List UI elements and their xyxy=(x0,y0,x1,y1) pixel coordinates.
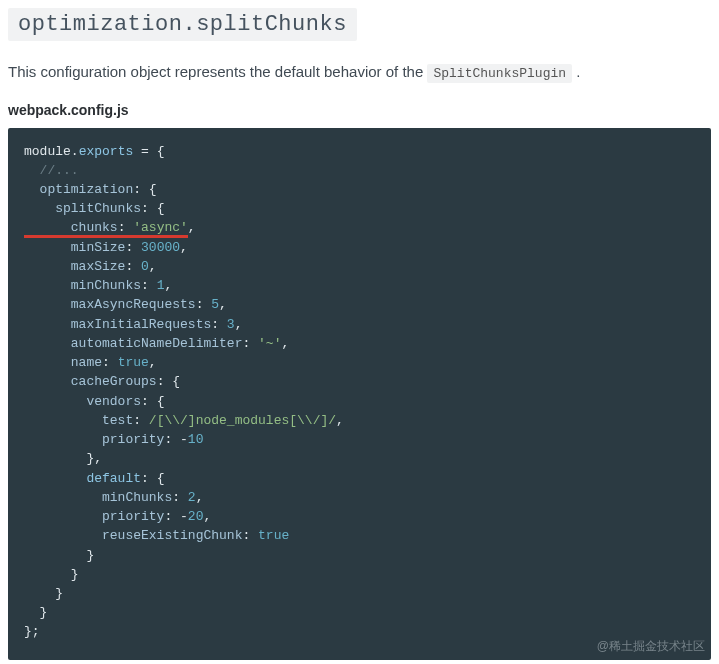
code-token: }; xyxy=(24,624,40,639)
code-token: : xyxy=(125,240,141,255)
code-token: : xyxy=(141,278,157,293)
code-token: , xyxy=(149,259,157,274)
code-token: 3 xyxy=(227,317,235,332)
code-token: : { xyxy=(141,201,164,216)
code-token: priority xyxy=(24,432,164,447)
code-token: : xyxy=(118,220,134,235)
code-token: . xyxy=(71,144,79,159)
code-token: 2 xyxy=(188,490,196,505)
code-token: '~' xyxy=(258,336,281,351)
code-token: , xyxy=(235,317,243,332)
code-token: : { xyxy=(157,374,180,389)
code-block: module.exports = { //... optimization: {… xyxy=(8,128,711,660)
section-heading: optimization.splitChunks xyxy=(8,8,357,41)
code-token: reuseExistingChunk xyxy=(24,528,242,543)
watermark-text: @稀土掘金技术社区 xyxy=(597,638,705,656)
code-token: minChunks xyxy=(24,278,141,293)
code-token: cacheGroups xyxy=(24,374,157,389)
code-token: 30000 xyxy=(141,240,180,255)
code-token: 0 xyxy=(141,259,149,274)
code-token: automaticNameDelimiter xyxy=(24,336,242,351)
code-token: } xyxy=(24,605,47,620)
code-token: //... xyxy=(24,163,79,178)
code-token: , xyxy=(203,509,211,524)
code-token: , xyxy=(336,413,344,428)
code-token: : { xyxy=(133,182,156,197)
code-token: : xyxy=(172,490,188,505)
code-token: true xyxy=(118,355,149,370)
intro-paragraph: This configuration object represents the… xyxy=(8,61,711,84)
code-token: , xyxy=(219,297,227,312)
code-token: , xyxy=(196,490,204,505)
code-token: test xyxy=(24,413,133,428)
code-token: : xyxy=(242,336,258,351)
code-token: maxAsyncRequests xyxy=(24,297,196,312)
code-token: splitChunks xyxy=(24,201,141,216)
code-token: : xyxy=(196,297,212,312)
code-token: , xyxy=(164,278,172,293)
code-token: minSize xyxy=(24,240,125,255)
code-token: exports xyxy=(79,144,134,159)
intro-inline-code: SplitChunksPlugin xyxy=(427,64,572,83)
code-token: } xyxy=(24,586,63,601)
code-token: 5 xyxy=(211,297,219,312)
code-token: 10 xyxy=(188,432,204,447)
code-token: : { xyxy=(141,394,164,409)
code-filename: webpack.config.js xyxy=(8,102,711,118)
code-token: : xyxy=(102,355,118,370)
code-token: 'async' xyxy=(133,220,188,235)
code-token: : xyxy=(133,413,149,428)
code-token: priority xyxy=(24,509,164,524)
intro-text-post: . xyxy=(572,63,580,80)
code-token: /[\\/]node_modules[\\/]/ xyxy=(149,413,336,428)
code-token: module xyxy=(24,144,71,159)
intro-text-pre: This configuration object represents the… xyxy=(8,63,427,80)
code-token: } xyxy=(24,567,79,582)
highlighted-line: chunks: 'async' xyxy=(24,222,188,237)
code-token: true xyxy=(258,528,289,543)
code-token: chunks xyxy=(24,220,118,235)
code-token: : xyxy=(125,259,141,274)
code-token: optimization xyxy=(24,182,133,197)
code-token: name xyxy=(24,355,102,370)
code-token: } xyxy=(24,548,94,563)
code-token: maxSize xyxy=(24,259,125,274)
code-token: : - xyxy=(164,432,187,447)
code-token: , xyxy=(180,240,188,255)
code-token: , xyxy=(149,355,157,370)
code-token: : xyxy=(242,528,258,543)
code-token: 20 xyxy=(188,509,204,524)
code-token: , xyxy=(281,336,289,351)
code-token: : { xyxy=(141,471,164,486)
code-token: vendors xyxy=(24,394,141,409)
code-token: minChunks xyxy=(24,490,172,505)
code-token: : - xyxy=(164,509,187,524)
code-token: : xyxy=(211,317,227,332)
code-token: maxInitialRequests xyxy=(24,317,211,332)
code-token: default xyxy=(24,471,141,486)
code-token: }, xyxy=(24,451,102,466)
code-token: = { xyxy=(133,144,164,159)
code-token: , xyxy=(188,220,196,235)
